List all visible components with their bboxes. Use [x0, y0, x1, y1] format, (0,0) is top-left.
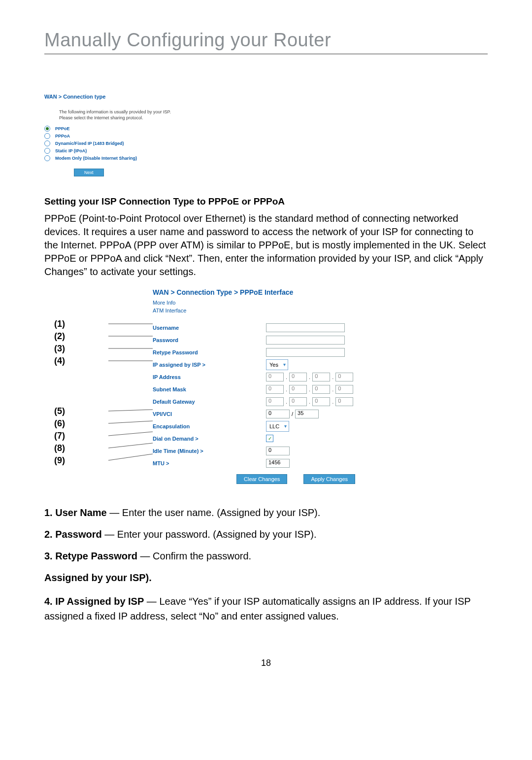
mtu-input[interactable]: 1456: [266, 459, 290, 468]
radio-pppoa[interactable]: PPPoA: [44, 133, 256, 139]
radio-icon: [44, 140, 50, 146]
ip-assigned-select[interactable]: Yes▾: [266, 359, 288, 370]
definition-item: 4. IP Assigned by ISP — Leave “Yes” if y…: [44, 594, 488, 623]
page-number: 18: [44, 658, 488, 668]
svg-line-7: [108, 443, 153, 448]
apply-changes-button[interactable]: Apply Changes: [303, 474, 355, 484]
dial-checkbox[interactable]: ✓: [266, 435, 273, 442]
dot: .: [309, 374, 310, 380]
definition-item: 2. Password — Enter your password. (Assi…: [44, 527, 488, 542]
encapsulation-select[interactable]: LLC▾: [266, 421, 289, 432]
def-text: — Enter your password. (Assigned by your…: [102, 529, 317, 540]
svg-line-6: [108, 432, 153, 436]
more-info-link[interactable]: More Info: [153, 300, 175, 306]
chevron-down-icon: ▾: [283, 362, 286, 367]
sublinks: More Info ATM Interface: [153, 299, 488, 314]
radio-icon: [44, 155, 50, 161]
label-ip-address: IP Address: [153, 374, 266, 380]
label-username: Username: [153, 325, 266, 331]
gateway-octet-input[interactable]: 0: [312, 397, 330, 406]
breadcrumb: WAN > Connection Type > PPPoE Interface: [153, 288, 488, 296]
label-encapsulation: Encapsulation: [153, 423, 266, 429]
info-line-2: Please select the Internet sharing proto…: [59, 115, 143, 120]
ip-octet-input[interactable]: 0: [266, 373, 284, 381]
callout-4: (4): [54, 355, 108, 367]
callout-column: (1) (2) (3) (4) (5) (6) (7) (8) (9): [54, 288, 108, 485]
radio-pppoe[interactable]: PPPoE: [44, 126, 256, 132]
callout-lines: [108, 318, 153, 485]
radio-static[interactable]: Static IP (IPoA): [44, 148, 256, 154]
def-term: 2. Password: [44, 529, 102, 540]
dot: .: [309, 399, 310, 405]
gateway-octet-input[interactable]: 0: [335, 397, 353, 406]
spacer: [54, 367, 108, 405]
ip-octet-input[interactable]: 0: [289, 373, 307, 381]
subnet-octet-input[interactable]: 0: [266, 385, 284, 394]
info-line-1: The following information is usually pro…: [59, 109, 171, 114]
select-value: LLC: [269, 423, 279, 429]
ip-octet-input[interactable]: 0: [335, 373, 353, 381]
slash: /: [292, 411, 293, 417]
label-ip-assigned: IP assigned by ISP >: [153, 362, 266, 368]
idle-time-input[interactable]: 0: [266, 447, 290, 455]
callout-9: (9): [54, 454, 108, 467]
radio-modem-only[interactable]: Modem Only (Disable Internet Sharing): [44, 155, 256, 161]
next-button[interactable]: Next: [74, 169, 104, 176]
def-text: — Confirm the password.: [137, 551, 251, 561]
ip-octet-input[interactable]: 0: [312, 373, 330, 381]
vpi-input[interactable]: 0: [266, 410, 290, 418]
gateway-octet-input[interactable]: 0: [289, 397, 307, 406]
username-input[interactable]: [266, 323, 345, 332]
section-heading: Setting your ISP Connection Type to PPPo…: [44, 196, 488, 207]
subnet-octet-input[interactable]: 0: [335, 385, 353, 394]
callout-7: (7): [54, 430, 108, 442]
label-mtu: MTU >: [153, 460, 266, 466]
chevron-down-icon: ▾: [284, 423, 287, 429]
dot: .: [332, 399, 333, 405]
screenshot-connection-type: WAN > Connection type The following info…: [44, 94, 256, 176]
radio-label: Dynamic/Fixed IP (1483 Bridged): [55, 141, 124, 146]
page-title: Manually Configuring your Router: [44, 30, 488, 54]
clear-changes-button[interactable]: Clear Changes: [236, 474, 287, 484]
label-dial-on-demand: Dial on Demand >: [153, 436, 266, 442]
select-value: Yes: [269, 362, 278, 368]
radio-dynamic[interactable]: Dynamic/Fixed IP (1483 Bridged): [44, 140, 256, 146]
svg-line-5: [108, 421, 153, 423]
vci-input[interactable]: 35: [295, 410, 319, 418]
label-vpi-vci: VPI/VCI: [153, 411, 266, 417]
subnet-octet-input[interactable]: 0: [289, 385, 307, 394]
atm-interface-link[interactable]: ATM Interface: [153, 308, 186, 313]
callout-1: (1): [54, 318, 108, 330]
password-input[interactable]: [266, 336, 345, 345]
label-idle-time: Idle Time (Minute) >: [153, 448, 266, 454]
radio-label: PPPoE: [55, 126, 70, 131]
callout-3: (3): [54, 343, 108, 355]
callout-8: (8): [54, 442, 108, 454]
radio-label: Static IP (IPoA): [55, 148, 87, 153]
dot: .: [286, 374, 287, 380]
callout-5: (5): [54, 405, 108, 417]
label-gateway: Default Gateway: [153, 399, 266, 405]
svg-line-4: [108, 410, 153, 411]
dot: .: [332, 374, 333, 380]
section-paragraph: PPPoE (Point-to-Point Protocol over Ethe…: [44, 212, 488, 278]
radio-label: PPPoA: [55, 134, 70, 138]
subnet-octet-input[interactable]: 0: [312, 385, 330, 394]
radio-icon: [44, 148, 50, 154]
label-retype-password: Retype Password: [153, 349, 266, 355]
label-password: Password: [153, 337, 266, 343]
def-term: 4. IP Assigned by ISP: [44, 596, 144, 607]
definitions-list: 1. User Name — Enter the user name. (Ass…: [44, 505, 488, 623]
definition-item: 1. User Name — Enter the user name. (Ass…: [44, 505, 488, 520]
def-term: 3. Retype Password: [44, 551, 137, 561]
dot: .: [286, 399, 287, 405]
breadcrumb: WAN > Connection type: [44, 94, 256, 100]
gateway-octet-input[interactable]: 0: [266, 397, 284, 406]
label-subnet: Subnet Mask: [153, 386, 266, 392]
screenshot-pppoe-interface: (1) (2) (3) (4) (5) (6) (7) (8) (9) WAN …: [54, 288, 488, 485]
svg-line-8: [108, 454, 153, 460]
dot: .: [286, 386, 287, 392]
def-text: — Enter the user name. (Assigned by your…: [107, 507, 321, 518]
callout-6: (6): [54, 417, 108, 430]
retype-password-input[interactable]: [266, 348, 345, 357]
